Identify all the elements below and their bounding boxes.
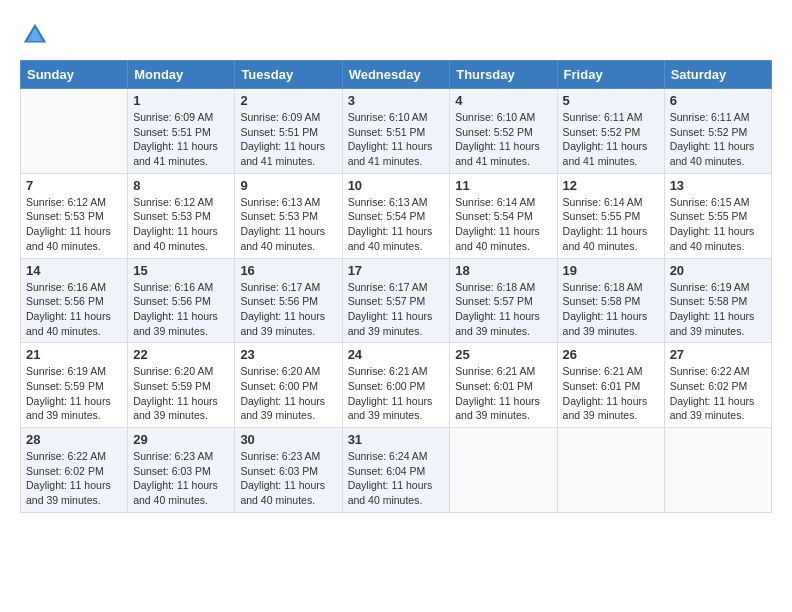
day-number: 13 xyxy=(670,178,766,193)
day-info: Sunrise: 6:14 AM Sunset: 5:54 PM Dayligh… xyxy=(455,195,551,254)
day-header-tuesday: Tuesday xyxy=(235,61,342,89)
calendar-cell: 26Sunrise: 6:21 AM Sunset: 6:01 PM Dayli… xyxy=(557,343,664,428)
day-number: 30 xyxy=(240,432,336,447)
day-info: Sunrise: 6:16 AM Sunset: 5:56 PM Dayligh… xyxy=(133,280,229,339)
day-info: Sunrise: 6:21 AM Sunset: 6:01 PM Dayligh… xyxy=(563,364,659,423)
calendar-cell xyxy=(450,428,557,513)
calendar-cell: 25Sunrise: 6:21 AM Sunset: 6:01 PM Dayli… xyxy=(450,343,557,428)
calendar-cell xyxy=(557,428,664,513)
page-header xyxy=(20,20,772,50)
day-info: Sunrise: 6:20 AM Sunset: 5:59 PM Dayligh… xyxy=(133,364,229,423)
calendar-cell: 4Sunrise: 6:10 AM Sunset: 5:52 PM Daylig… xyxy=(450,89,557,174)
day-number: 25 xyxy=(455,347,551,362)
logo-icon xyxy=(20,20,50,50)
day-number: 20 xyxy=(670,263,766,278)
day-info: Sunrise: 6:23 AM Sunset: 6:03 PM Dayligh… xyxy=(133,449,229,508)
calendar-cell: 3Sunrise: 6:10 AM Sunset: 5:51 PM Daylig… xyxy=(342,89,450,174)
day-header-saturday: Saturday xyxy=(664,61,771,89)
day-number: 7 xyxy=(26,178,122,193)
day-number: 23 xyxy=(240,347,336,362)
calendar-cell: 6Sunrise: 6:11 AM Sunset: 5:52 PM Daylig… xyxy=(664,89,771,174)
day-number: 4 xyxy=(455,93,551,108)
calendar-table: SundayMondayTuesdayWednesdayThursdayFrid… xyxy=(20,60,772,513)
day-number: 31 xyxy=(348,432,445,447)
calendar-cell: 23Sunrise: 6:20 AM Sunset: 6:00 PM Dayli… xyxy=(235,343,342,428)
day-info: Sunrise: 6:10 AM Sunset: 5:52 PM Dayligh… xyxy=(455,110,551,169)
calendar-cell: 17Sunrise: 6:17 AM Sunset: 5:57 PM Dayli… xyxy=(342,258,450,343)
day-info: Sunrise: 6:13 AM Sunset: 5:53 PM Dayligh… xyxy=(240,195,336,254)
logo xyxy=(20,20,54,50)
calendar-cell: 11Sunrise: 6:14 AM Sunset: 5:54 PM Dayli… xyxy=(450,173,557,258)
calendar-week-row: 1Sunrise: 6:09 AM Sunset: 5:51 PM Daylig… xyxy=(21,89,772,174)
day-number: 17 xyxy=(348,263,445,278)
calendar-cell: 29Sunrise: 6:23 AM Sunset: 6:03 PM Dayli… xyxy=(128,428,235,513)
day-info: Sunrise: 6:17 AM Sunset: 5:56 PM Dayligh… xyxy=(240,280,336,339)
day-info: Sunrise: 6:20 AM Sunset: 6:00 PM Dayligh… xyxy=(240,364,336,423)
day-number: 6 xyxy=(670,93,766,108)
day-number: 11 xyxy=(455,178,551,193)
day-number: 12 xyxy=(563,178,659,193)
calendar-cell: 18Sunrise: 6:18 AM Sunset: 5:57 PM Dayli… xyxy=(450,258,557,343)
day-info: Sunrise: 6:23 AM Sunset: 6:03 PM Dayligh… xyxy=(240,449,336,508)
calendar-week-row: 7Sunrise: 6:12 AM Sunset: 5:53 PM Daylig… xyxy=(21,173,772,258)
day-info: Sunrise: 6:19 AM Sunset: 5:58 PM Dayligh… xyxy=(670,280,766,339)
calendar-cell: 20Sunrise: 6:19 AM Sunset: 5:58 PM Dayli… xyxy=(664,258,771,343)
calendar-cell: 19Sunrise: 6:18 AM Sunset: 5:58 PM Dayli… xyxy=(557,258,664,343)
calendar-cell: 15Sunrise: 6:16 AM Sunset: 5:56 PM Dayli… xyxy=(128,258,235,343)
day-number: 3 xyxy=(348,93,445,108)
calendar-header-row: SundayMondayTuesdayWednesdayThursdayFrid… xyxy=(21,61,772,89)
day-info: Sunrise: 6:15 AM Sunset: 5:55 PM Dayligh… xyxy=(670,195,766,254)
calendar-cell: 9Sunrise: 6:13 AM Sunset: 5:53 PM Daylig… xyxy=(235,173,342,258)
day-info: Sunrise: 6:12 AM Sunset: 5:53 PM Dayligh… xyxy=(133,195,229,254)
day-info: Sunrise: 6:19 AM Sunset: 5:59 PM Dayligh… xyxy=(26,364,122,423)
calendar-week-row: 14Sunrise: 6:16 AM Sunset: 5:56 PM Dayli… xyxy=(21,258,772,343)
day-info: Sunrise: 6:14 AM Sunset: 5:55 PM Dayligh… xyxy=(563,195,659,254)
calendar-cell: 1Sunrise: 6:09 AM Sunset: 5:51 PM Daylig… xyxy=(128,89,235,174)
day-info: Sunrise: 6:10 AM Sunset: 5:51 PM Dayligh… xyxy=(348,110,445,169)
calendar-week-row: 28Sunrise: 6:22 AM Sunset: 6:02 PM Dayli… xyxy=(21,428,772,513)
day-number: 2 xyxy=(240,93,336,108)
day-info: Sunrise: 6:17 AM Sunset: 5:57 PM Dayligh… xyxy=(348,280,445,339)
calendar-cell: 13Sunrise: 6:15 AM Sunset: 5:55 PM Dayli… xyxy=(664,173,771,258)
calendar-cell: 31Sunrise: 6:24 AM Sunset: 6:04 PM Dayli… xyxy=(342,428,450,513)
day-header-thursday: Thursday xyxy=(450,61,557,89)
day-header-monday: Monday xyxy=(128,61,235,89)
day-number: 9 xyxy=(240,178,336,193)
calendar-cell: 12Sunrise: 6:14 AM Sunset: 5:55 PM Dayli… xyxy=(557,173,664,258)
day-number: 16 xyxy=(240,263,336,278)
calendar-cell xyxy=(21,89,128,174)
calendar-cell: 16Sunrise: 6:17 AM Sunset: 5:56 PM Dayli… xyxy=(235,258,342,343)
calendar-cell: 30Sunrise: 6:23 AM Sunset: 6:03 PM Dayli… xyxy=(235,428,342,513)
day-info: Sunrise: 6:21 AM Sunset: 6:01 PM Dayligh… xyxy=(455,364,551,423)
day-number: 1 xyxy=(133,93,229,108)
day-number: 5 xyxy=(563,93,659,108)
day-number: 14 xyxy=(26,263,122,278)
calendar-cell: 22Sunrise: 6:20 AM Sunset: 5:59 PM Dayli… xyxy=(128,343,235,428)
day-number: 15 xyxy=(133,263,229,278)
day-number: 21 xyxy=(26,347,122,362)
day-number: 18 xyxy=(455,263,551,278)
calendar-cell: 2Sunrise: 6:09 AM Sunset: 5:51 PM Daylig… xyxy=(235,89,342,174)
day-info: Sunrise: 6:09 AM Sunset: 5:51 PM Dayligh… xyxy=(133,110,229,169)
calendar-cell: 28Sunrise: 6:22 AM Sunset: 6:02 PM Dayli… xyxy=(21,428,128,513)
calendar-cell: 24Sunrise: 6:21 AM Sunset: 6:00 PM Dayli… xyxy=(342,343,450,428)
day-info: Sunrise: 6:13 AM Sunset: 5:54 PM Dayligh… xyxy=(348,195,445,254)
day-info: Sunrise: 6:22 AM Sunset: 6:02 PM Dayligh… xyxy=(670,364,766,423)
calendar-week-row: 21Sunrise: 6:19 AM Sunset: 5:59 PM Dayli… xyxy=(21,343,772,428)
day-info: Sunrise: 6:09 AM Sunset: 5:51 PM Dayligh… xyxy=(240,110,336,169)
day-number: 28 xyxy=(26,432,122,447)
day-number: 19 xyxy=(563,263,659,278)
calendar-cell: 7Sunrise: 6:12 AM Sunset: 5:53 PM Daylig… xyxy=(21,173,128,258)
day-info: Sunrise: 6:11 AM Sunset: 5:52 PM Dayligh… xyxy=(563,110,659,169)
day-number: 26 xyxy=(563,347,659,362)
day-info: Sunrise: 6:22 AM Sunset: 6:02 PM Dayligh… xyxy=(26,449,122,508)
calendar-cell: 21Sunrise: 6:19 AM Sunset: 5:59 PM Dayli… xyxy=(21,343,128,428)
calendar-cell: 14Sunrise: 6:16 AM Sunset: 5:56 PM Dayli… xyxy=(21,258,128,343)
day-header-sunday: Sunday xyxy=(21,61,128,89)
day-number: 10 xyxy=(348,178,445,193)
day-info: Sunrise: 6:11 AM Sunset: 5:52 PM Dayligh… xyxy=(670,110,766,169)
day-number: 24 xyxy=(348,347,445,362)
day-number: 22 xyxy=(133,347,229,362)
day-info: Sunrise: 6:21 AM Sunset: 6:00 PM Dayligh… xyxy=(348,364,445,423)
calendar-cell: 27Sunrise: 6:22 AM Sunset: 6:02 PM Dayli… xyxy=(664,343,771,428)
